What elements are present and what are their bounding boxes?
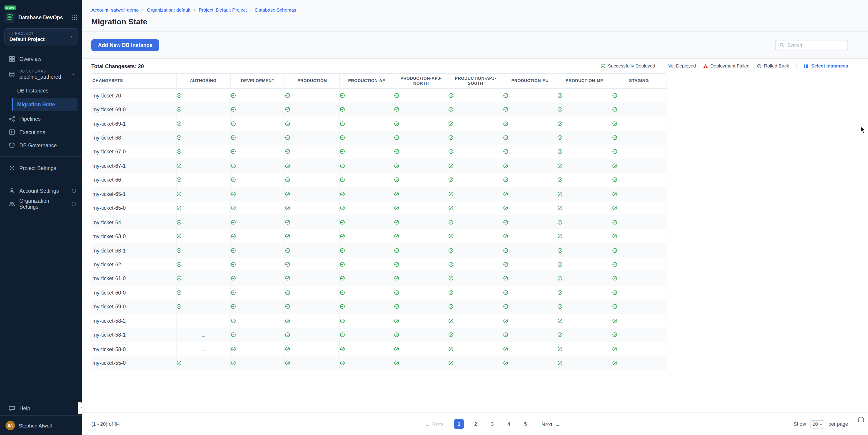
status-deployed-cell [394,102,448,117]
success-icon [394,234,399,239]
success-icon [448,206,454,211]
status-deployed-cell [557,88,612,102]
table-row: my-ticket-67-1 [91,159,666,173]
status-deployed-cell [612,187,666,201]
info-icon[interactable] [71,201,76,206]
success-icon [448,276,454,281]
sidebar-item-overview[interactable]: Overview [0,52,82,65]
success-icon [612,206,617,211]
page-button-2[interactable]: 2 [471,419,480,429]
prev-page-button[interactable]: ← Prev [425,421,443,427]
search-input[interactable] [787,42,843,48]
success-icon [231,93,236,98]
sidebar-item-account-settings[interactable]: Account Settings [0,184,82,197]
changeset-name: my-ticket-63-1 [91,243,176,257]
success-icon [394,276,399,281]
success-icon [394,346,399,351]
success-icon [558,304,563,309]
success-icon [448,163,454,168]
sidebar-item-executions[interactable]: Executions [0,125,82,138]
sidebar-item-project-settings[interactable]: Project Settings [0,161,82,174]
success-icon [285,206,290,211]
page-size-select[interactable]: 20 ▾ [810,420,825,428]
success-icon [448,149,454,154]
status-deployed-cell [339,159,394,173]
status-deployed-cell [176,257,230,271]
status-deployed-cell [448,201,503,215]
status-deployed-cell [557,187,612,201]
success-icon [176,177,181,182]
status-deployed-cell [557,328,612,342]
app-title: Database DevOps [18,14,69,21]
app-window: NEW Database DevOps PROJECT Default Proj… [0,0,868,435]
success-icon [612,220,617,224]
status-deployed-cell [448,130,503,145]
status-deployed-cell [394,356,448,370]
success-icon [394,290,399,295]
status-deployed-cell [503,356,557,370]
page-button-5[interactable]: 5 [521,419,531,429]
changeset-name: my-ticket-62 [91,257,176,271]
sidebar-item-db-governance[interactable]: DB Governance [0,138,82,152]
pagination-controls: ← Prev 1 2 3 4 5 Next → [191,419,794,429]
table-row: my-ticket-63-0 [91,229,666,243]
sidebar-item-help[interactable]: Help [0,401,82,415]
page-button-1[interactable]: 1 [454,419,464,429]
success-icon [601,63,606,68]
status-deployed-cell [503,215,557,229]
success-icon [340,346,345,351]
sidebar-item-db-schemas[interactable]: DB SCHEMAS pipeline_authored › [0,65,82,83]
project-selector[interactable]: PROJECT Default Project › [4,28,78,45]
status-deployed-cell [612,243,666,257]
search-box[interactable] [775,39,848,50]
app-grid-icon[interactable] [72,15,78,20]
pagination-range: (1 - 20) of 84 [91,422,191,427]
success-icon [503,177,508,182]
success-icon [340,234,345,239]
db-schemas-value: pipeline_authored [19,73,68,80]
select-instances-button[interactable]: Select Instances [804,63,848,69]
legend-label: Deployment Failed [710,63,750,69]
changeset-name: my-ticket-60-0 [91,285,176,300]
add-db-instance-button[interactable]: Add New DB Instance [91,39,159,51]
shield-icon [9,142,15,148]
sidebar-item-migration-state[interactable]: Migration State [12,98,78,111]
page-button-3[interactable]: 3 [487,419,497,429]
sidebar-item-label: Help [19,405,30,411]
success-icon [612,149,617,154]
status-deployed-cell [230,173,285,187]
status-deployed-cell [557,145,612,159]
breadcrumb-link-organization[interactable]: Organization: default [147,7,190,13]
success-icon [503,248,508,253]
next-page-button[interactable]: Next → [541,421,560,427]
breadcrumb-link-account[interactable]: Account: satwell-demo [91,7,138,13]
status-deployed-cell [394,187,448,201]
status-deployed-cell [339,285,394,300]
migration-panel: Total Changesets: 20 Successfully Deploy… [82,58,868,435]
breadcrumb-link-project[interactable]: Project: Default Project [199,7,247,13]
breadcrumb-link-database-schemas[interactable]: Database Schemas [255,7,296,13]
main-content: Account: satwell-demo › Organization: de… [82,0,868,435]
success-icon [340,177,345,182]
app-logo-icon [4,12,15,23]
sidebar-item-organization-settings[interactable]: Organization Settings [0,197,82,210]
success-icon [285,163,290,168]
status-deployed-cell [557,271,612,285]
status-deployed-cell [230,328,285,342]
success-icon [448,304,454,309]
table-row: my-ticket-65-0 [91,201,666,215]
user-menu[interactable]: SA Stephen Atwell [0,415,82,435]
status-deployed-cell [339,314,394,328]
sidebar-item-db-instances[interactable]: DB Instances [12,84,78,97]
db-schemas-subnav: DB Instances Migration State [11,84,82,111]
page-button-4[interactable]: 4 [504,419,514,429]
success-icon [558,234,563,239]
sidebar-item-pipelines[interactable]: Pipelines [0,112,82,125]
status-deployed-cell [176,159,230,173]
info-icon[interactable] [71,188,76,193]
success-icon [176,248,181,253]
status-deployed-cell [448,187,503,201]
status-deployed-cell [176,271,230,285]
status-deployed-cell [557,243,612,257]
support-headset-icon[interactable] [858,416,865,423]
